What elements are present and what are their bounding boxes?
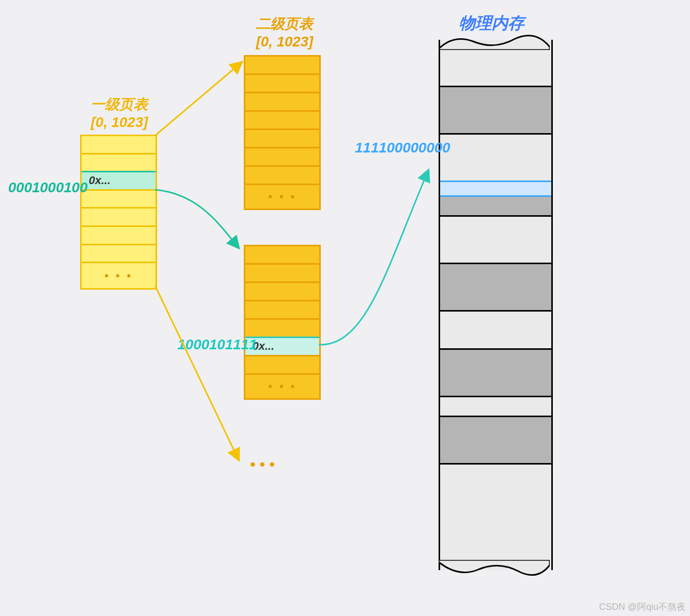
torn-top [439,30,550,50]
l2-row [245,281,319,300]
phys-mem [439,40,553,570]
l1-row-selected: 0x... [82,171,156,189]
l2-row [245,110,319,129]
l2-row [245,355,319,373]
l2-title: 二级页表[0, 1023] [256,14,313,50]
l2-ellipsis-row: • • • [245,184,319,209]
l1-row [82,207,156,225]
l2-lower-table: 0x... • • • [244,245,321,400]
arrow-l1-to-more [155,286,239,460]
arrow-l2sel-to-phys [319,170,428,345]
l2-upper-table: • • • [244,55,321,210]
l2-row [245,165,319,184]
l2-row [245,92,319,110]
l2-row [245,263,319,281]
l2-index: 1000101111 [177,337,257,353]
l1-row [82,225,156,244]
l2-row [245,147,319,165]
l2-row [245,57,319,73]
l1-ellipsis-row: • • • [82,262,156,288]
l2-row [245,300,319,318]
l2-row [245,246,319,263]
arrow-l1sel-to-l2b [155,190,239,248]
torn-bottom [439,560,550,580]
l1-row [82,136,156,153]
arrow-l1-to-l2a [155,62,242,136]
l2-row [245,73,319,92]
l2-row [245,318,319,337]
l1-row [82,244,156,262]
phys-mem-selected [440,181,551,197]
l2-more: • • • [250,456,274,473]
l1-row [82,153,156,171]
phys-addr: 111100000000 [355,140,450,156]
l1-title: 一级页表[0, 1023] [91,95,148,131]
watermark: CSDN @阿qiu不熬夜 [599,601,686,613]
l1-index: 0001000100 [8,179,88,196]
arrow-layer [0,0,690,616]
l2-row [245,129,319,147]
l2-ellipsis-row: • • • [245,373,319,398]
l1-row [82,189,156,208]
l1-table: 0x... • • • [80,135,157,290]
